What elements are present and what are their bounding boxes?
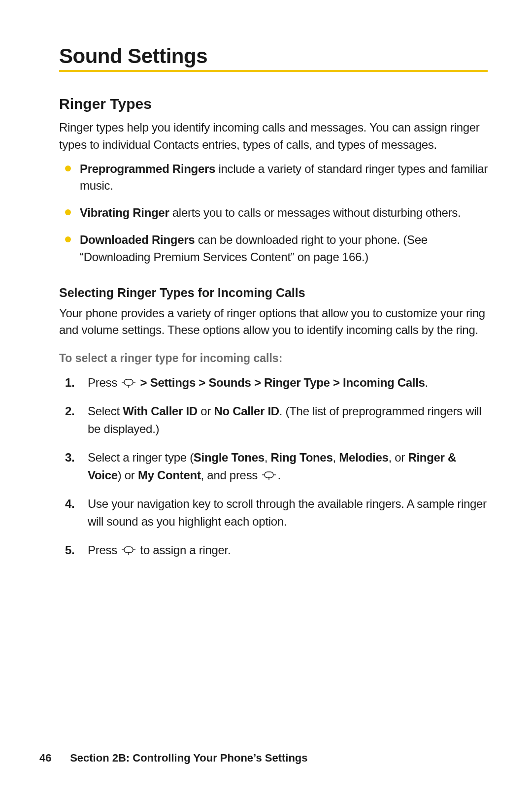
step-4: Use your navigation key to scroll throug… [59, 495, 488, 531]
section-title-ringer-types: Ringer Types [59, 96, 488, 112]
step-text: or [198, 404, 214, 418]
step-text: , [332, 451, 339, 464]
step-bold: Single Tones [194, 451, 265, 464]
page-number: 46 [39, 752, 67, 765]
step-text: to assign a ringer. [137, 543, 231, 557]
step-text: , and press [201, 468, 261, 482]
step-bold: Melodies [339, 451, 388, 464]
page-title: Sound Settings [59, 44, 488, 72]
step-bold: With Caller ID [123, 404, 198, 418]
step-text: Select a ringer type ( [88, 451, 194, 464]
manual-page: Sound Settings Ringer Types Ringer types… [0, 0, 532, 798]
bullet-rest: alerts you to calls or messages without … [169, 206, 461, 219]
step-5: Press to assign a ringer. [59, 541, 488, 559]
svg-rect-10 [124, 547, 133, 553]
step-text: . [277, 468, 280, 482]
step-text: ) or [118, 468, 138, 482]
step-bold: My Content [138, 468, 201, 482]
page-footer: 46 Section 2B: Controlling Your Phone’s … [39, 752, 308, 765]
bullet-strong: Vibrating Ringer [80, 206, 169, 219]
subsection-intro: Your phone provides a variety of ringer … [59, 305, 488, 339]
menu-softkey-icon [262, 470, 276, 481]
svg-rect-0 [124, 379, 133, 385]
procedure-leadin: To select a ringer type for incoming cal… [59, 352, 488, 365]
step-text: Use your navigation key to scroll throug… [88, 497, 487, 528]
step-text: Select [88, 404, 123, 418]
list-item: Vibrating Ringer alerts you to calls or … [59, 204, 488, 222]
procedure-steps: Press > Settings > Sounds > Ringer Type … [59, 374, 488, 559]
step-2: Select With Caller ID or No Caller ID. (… [59, 402, 488, 438]
menu-softkey-icon [122, 545, 135, 556]
step-text: . [425, 376, 428, 389]
bullet-strong: Downloaded Ringers [80, 233, 195, 246]
step-text: , [265, 451, 271, 464]
step-text: , or [389, 451, 408, 464]
subsection-title: Selecting Ringer Types for Incoming Call… [59, 286, 488, 300]
step-text: Press [88, 543, 120, 557]
step-bold: Ring Tones [271, 451, 333, 464]
step-bold: No Caller ID [214, 404, 279, 418]
step-text: Press [88, 376, 120, 389]
svg-rect-5 [265, 472, 273, 478]
section-intro: Ringer types help you identify incoming … [59, 119, 488, 154]
list-item: Preprogrammed Ringers include a variety … [59, 161, 488, 195]
bullet-strong: Preprogrammed Ringers [80, 162, 215, 175]
list-item: Downloaded Ringers can be downloaded rig… [59, 232, 488, 266]
step-3: Select a ringer type (Single Tones, Ring… [59, 449, 488, 484]
step-1: Press > Settings > Sounds > Ringer Type … [59, 374, 488, 392]
ringer-types-list: Preprogrammed Ringers include a variety … [59, 161, 488, 266]
menu-softkey-icon [122, 377, 135, 388]
step-bold: > Settings > Sounds > Ringer Type > Inco… [137, 376, 425, 389]
footer-section-label: Section 2B: Controlling Your Phone’s Set… [70, 752, 307, 764]
